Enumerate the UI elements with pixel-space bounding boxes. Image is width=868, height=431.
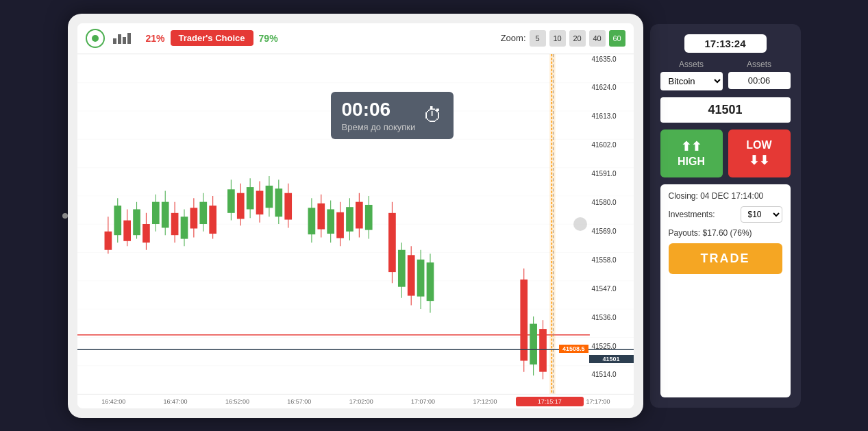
low-button[interactable]: LOW ⬇⬇ (728, 130, 791, 177)
high-label: HIGH (678, 156, 705, 168)
svg-rect-45 (308, 208, 315, 234)
closing-info: Closing: 04 DEC 17:14:00 (669, 191, 782, 201)
svg-rect-69 (520, 279, 528, 360)
svg-rect-11 (123, 220, 131, 241)
price-display: 41501 (660, 97, 791, 123)
trader-choice-pct-right: 79% (259, 33, 278, 44)
investments-select[interactable]: $5 $10 $25 $50 $100 (741, 206, 782, 223)
svg-rect-19 (161, 201, 169, 227)
price-label: 41558.0 (592, 256, 631, 264)
closing-label: Closing: 04 DEC 17:14:00 (669, 191, 764, 201)
time-display: 17:13:24 (684, 34, 767, 53)
svg-rect-37 (256, 190, 263, 214)
price-label: 41525.0 (592, 343, 631, 350)
zoom-10-btn[interactable]: 10 (549, 30, 566, 47)
live-icon-btn[interactable] (86, 29, 105, 48)
svg-rect-31 (227, 189, 235, 213)
svg-rect-55 (356, 201, 363, 228)
tooltip-content: 00:06 Время до покупки (342, 99, 416, 132)
tooltip-time: 00:06 (342, 99, 416, 121)
high-button[interactable]: ⬆⬆ HIGH (660, 130, 723, 177)
assets-row: Assets Bitcoin Ethereum EUR/USD GBP/USD … (660, 60, 791, 90)
payouts-row: Payouts: $17.60 (76%) (669, 228, 782, 238)
svg-rect-61 (397, 249, 405, 286)
zoom-section: Zoom: 5 10 20 40 60 (501, 30, 625, 47)
svg-rect-25 (190, 208, 197, 228)
orange-price-marker: 41508.5 (559, 345, 588, 353)
trader-choice-section: 21% Trader's Choice 79% (146, 30, 278, 46)
arrow-up-icon: ⬆⬆ (681, 139, 702, 154)
time-label-2: 16:47:00 (145, 398, 206, 405)
low-label: LOW (746, 139, 771, 151)
price-label: 41569.0 (592, 227, 631, 235)
svg-rect-57 (364, 204, 372, 230)
tablet-button (62, 213, 68, 219)
price-label: 41547.0 (592, 285, 631, 293)
chart-header: 21% Trader's Choice 79% Zoom: 5 10 20 40… (77, 23, 634, 54)
svg-rect-21 (171, 212, 178, 234)
zoom-40-btn[interactable]: 40 (589, 30, 606, 47)
time-label-4: 16:57:00 (269, 398, 330, 405)
svg-rect-27 (199, 201, 207, 223)
zoom-60-btn[interactable]: 60 (609, 30, 625, 47)
zoom-label: Zoom: (501, 33, 526, 43)
price-label: 41602.0 (592, 141, 631, 149)
price-label: 41536.0 (592, 314, 631, 321)
svg-rect-15 (142, 224, 150, 243)
assets-label-1: Assets (660, 60, 723, 69)
svg-rect-67 (426, 262, 434, 301)
chart-type-icon[interactable] (113, 33, 131, 44)
live-dot (92, 35, 99, 42)
dark-price-marker: 41501 (589, 355, 634, 363)
asset-select[interactable]: Bitcoin Ethereum EUR/USD GBP/USD (660, 72, 723, 90)
traders-choice-btn[interactable]: Trader's Choice (171, 30, 253, 46)
time-label-7: 17:12:00 (454, 398, 516, 405)
svg-rect-49 (327, 209, 334, 234)
time-label-active: 17:15:17 (516, 397, 583, 406)
svg-rect-13 (133, 209, 140, 235)
svg-rect-4 (549, 54, 556, 394)
assets-label-2: Assets (728, 60, 791, 69)
asset-time: 00:06 (728, 72, 791, 89)
svg-rect-33 (236, 193, 244, 219)
right-panel: 17:13:24 Assets Bitcoin Ethereum EUR/USD… (650, 24, 801, 408)
trade-button[interactable]: TRADE (669, 243, 782, 274)
svg-rect-29 (209, 206, 216, 234)
assets-col-2: Assets 00:06 (728, 60, 791, 90)
chart-tooltip: 00:06 Время до покупки ⏱ (331, 92, 454, 139)
tablet-frame: 21% Trader's Choice 79% Zoom: 5 10 20 40… (68, 14, 643, 418)
arrow-down-icon: ⬇⬇ (749, 153, 769, 168)
trader-choice-pct-left: 21% (146, 33, 165, 44)
tablet-inner: 21% Trader's Choice 79% Zoom: 5 10 20 40… (77, 23, 634, 408)
svg-rect-53 (346, 207, 354, 232)
svg-rect-71 (530, 323, 537, 364)
zoom-20-btn[interactable]: 20 (569, 30, 586, 47)
time-label-3: 16:52:00 (206, 398, 268, 405)
svg-rect-47 (317, 203, 325, 229)
svg-rect-23 (180, 217, 188, 238)
svg-rect-41 (275, 188, 282, 217)
svg-rect-39 (265, 185, 273, 207)
investments-row: Investments: $5 $10 $25 $50 $100 (669, 206, 782, 223)
price-labels: 41635.0 41624.0 41613.0 41602.0 41591.0 … (589, 54, 634, 380)
main-container: 21% Trader's Choice 79% Zoom: 5 10 20 40… (0, 0, 868, 431)
svg-rect-73 (539, 329, 547, 372)
svg-rect-9 (114, 206, 121, 235)
tooltip-label: Время до покупки (342, 122, 416, 132)
trade-info: Closing: 04 DEC 17:14:00 Investments: $5… (660, 184, 791, 397)
svg-rect-51 (336, 212, 344, 238)
time-label-6: 17:07:00 (392, 398, 454, 405)
clock-icon: ⏱ (423, 104, 443, 127)
price-label: 41624.0 (592, 84, 631, 91)
svg-rect-65 (417, 259, 424, 296)
svg-rect-59 (388, 212, 396, 271)
time-label-5: 17:02:00 (330, 398, 392, 405)
price-label: 41591.0 (592, 170, 631, 177)
time-label-9: 17:17:00 (584, 398, 628, 405)
price-label: 41580.0 (592, 199, 631, 206)
svg-rect-63 (407, 255, 414, 295)
scroll-indicator (573, 217, 587, 231)
investments-label: Investments: (669, 210, 715, 219)
zoom-5-btn[interactable]: 5 (530, 30, 546, 47)
price-label: 41635.0 (592, 56, 631, 63)
